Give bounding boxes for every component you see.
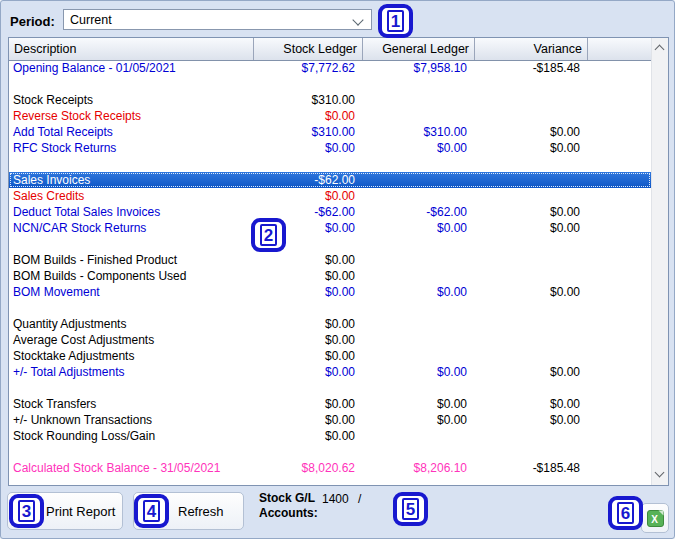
cell-filler — [588, 268, 651, 284]
excel-export-icon: X — [647, 510, 664, 527]
cell-variance — [475, 268, 588, 284]
export-to-excel-button[interactable]: X — [641, 503, 669, 533]
cell-variance — [475, 428, 588, 444]
annotation-badge-1: 1 — [378, 4, 413, 38]
header-filler — [588, 38, 651, 60]
cell-description: +/- Unknown Transactions — [9, 412, 254, 428]
annotation-badge-4: 4 — [134, 494, 169, 528]
table-spacer-row — [9, 300, 651, 316]
cell-general-ledger: $0.00 — [363, 396, 475, 412]
cell-variance: $0.00 — [475, 284, 588, 300]
cell-general-ledger — [363, 332, 475, 348]
table-row[interactable]: +/- Unknown Transactions$0.00$0.00$0.00 — [9, 412, 651, 428]
cell-filler — [588, 412, 651, 428]
chevron-down-icon — [655, 468, 665, 478]
annotation-badge-6: 6 — [608, 496, 643, 530]
cell-description: Reverse Stock Receipts — [9, 108, 254, 124]
cell-general-ledger — [363, 172, 475, 188]
table-row[interactable]: Sales Invoices-$62.00 — [9, 172, 651, 188]
period-select[interactable]: Current — [63, 9, 372, 30]
stock-gl-account-separator: / — [358, 492, 361, 506]
table-row[interactable]: NCN/CAR Stock Returns$0.00$0.00$0.00 — [9, 220, 651, 236]
cell-description: NCN/CAR Stock Returns — [9, 220, 254, 236]
cell-filler — [588, 316, 651, 332]
cell-general-ledger — [363, 252, 475, 268]
chevron-down-icon — [352, 14, 363, 25]
annotation-badge-5: 5 — [393, 492, 428, 526]
table-row[interactable]: BOM Builds - Components Used$0.00 — [9, 268, 651, 284]
cell-filler — [588, 220, 651, 236]
cell-stock-ledger: $0.00 — [254, 364, 363, 380]
table-spacer-row — [9, 156, 651, 172]
table-row[interactable]: RFC Stock Returns$0.00$0.00$0.00 — [9, 140, 651, 156]
cell-filler — [588, 188, 651, 204]
period-label: Period: — [10, 14, 55, 29]
cell-variance — [475, 316, 588, 332]
cell-description: BOM Builds - Finished Product — [9, 252, 254, 268]
table-row[interactable]: Stocktake Adjustments$0.00 — [9, 348, 651, 364]
cell-description: Stock Receipts — [9, 92, 254, 108]
cell-description: Sales Credits — [9, 188, 254, 204]
stock-gl-account-value: 1400 — [322, 492, 349, 506]
cell-variance: -$185.48 — [475, 60, 588, 76]
cell-general-ledger: $310.00 — [363, 124, 475, 140]
cell-description: Average Cost Adjustments — [9, 332, 254, 348]
table-row[interactable]: Sales Credits$0.00 — [9, 188, 651, 204]
cell-description: BOM Builds - Components Used — [9, 268, 254, 284]
cell-general-ledger: $7,958.10 — [363, 60, 475, 76]
cell-filler — [588, 396, 651, 412]
cell-general-ledger — [363, 108, 475, 124]
cell-general-ledger — [363, 92, 475, 108]
cell-general-ledger: $0.00 — [363, 220, 475, 236]
table-spacer-row — [9, 236, 651, 252]
scroll-up-button[interactable] — [652, 40, 668, 57]
table-row[interactable]: Deduct Total Sales Invoices-$62.00-$62.0… — [9, 204, 651, 220]
table-row[interactable]: Stock Rounding Loss/Gain$0.00 — [9, 428, 651, 444]
table-row[interactable]: BOM Movement$0.00$0.00$0.00 — [9, 284, 651, 300]
cell-general-ledger: $0.00 — [363, 364, 475, 380]
cell-variance: $0.00 — [475, 140, 588, 156]
table-row[interactable]: Quantity Adjustments$0.00 — [9, 316, 651, 332]
table-row[interactable]: Calculated Stock Balance - 31/05/2021$8,… — [9, 460, 651, 476]
cell-filler — [588, 92, 651, 108]
table-row[interactable]: Stock Transfers$0.00$0.00$0.00 — [9, 396, 651, 412]
cell-stock-ledger: $0.00 — [254, 252, 363, 268]
cell-description: +/- Total Adjustments — [9, 364, 254, 380]
cell-description: BOM Movement — [9, 284, 254, 300]
print-report-label: Print Report — [46, 504, 115, 519]
column-header-stock-ledger: Stock Ledger — [254, 38, 363, 60]
vertical-scrollbar[interactable] — [651, 38, 668, 485]
cell-stock-ledger: $8,020.62 — [254, 460, 363, 476]
cell-stock-ledger: $0.00 — [254, 428, 363, 444]
cell-description: Opening Balance - 01/05/2021 — [9, 60, 254, 76]
cell-filler — [588, 364, 651, 380]
table-row[interactable]: Add Total Receipts$310.00$310.00$0.00 — [9, 124, 651, 140]
cell-general-ledger: $0.00 — [363, 140, 475, 156]
cell-variance: $0.00 — [475, 364, 588, 380]
cell-description: Calculated Stock Balance - 31/05/2021 — [9, 460, 254, 476]
table-row[interactable]: Opening Balance - 01/05/2021$7,772.62$7,… — [9, 60, 651, 76]
cell-variance — [475, 348, 588, 364]
cell-variance — [475, 172, 588, 188]
table-row[interactable]: Stock Receipts$310.00 — [9, 92, 651, 108]
table-row[interactable]: BOM Builds - Finished Product$0.00 — [9, 252, 651, 268]
table-row[interactable]: Reverse Stock Receipts$0.00 — [9, 108, 651, 124]
cell-stock-ledger: $0.00 — [254, 268, 363, 284]
cell-filler — [588, 60, 651, 76]
table-row[interactable]: Average Cost Adjustments$0.00 — [9, 332, 651, 348]
cell-general-ledger: $0.00 — [363, 412, 475, 428]
cell-filler — [588, 252, 651, 268]
cell-filler — [588, 284, 651, 300]
cell-filler — [588, 204, 651, 220]
cell-stock-ledger: $0.00 — [254, 284, 363, 300]
scroll-down-button[interactable] — [652, 466, 668, 483]
column-header-variance: Variance — [475, 38, 588, 60]
cell-stock-ledger: $0.00 — [254, 412, 363, 428]
cell-description: Deduct Total Sales Invoices — [9, 204, 254, 220]
cell-stock-ledger: $310.00 — [254, 92, 363, 108]
table-row[interactable]: +/- Total Adjustments$0.00$0.00$0.00 — [9, 364, 651, 380]
refresh-label: Refresh — [178, 504, 224, 519]
cell-stock-ledger: -$62.00 — [254, 172, 363, 188]
reconciliation-table: Description Stock Ledger General Ledger … — [8, 37, 669, 486]
cell-general-ledger — [363, 316, 475, 332]
